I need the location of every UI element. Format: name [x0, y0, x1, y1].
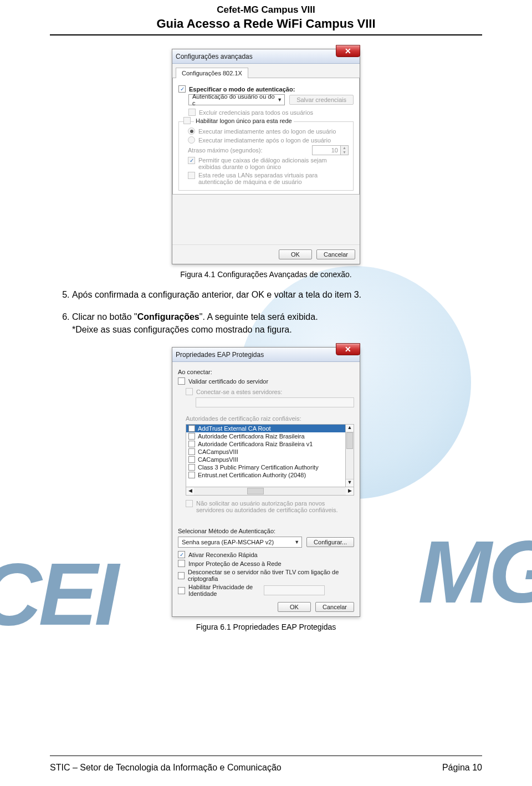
scroll-down-icon[interactable]: ▼: [346, 479, 354, 487]
caption-fig-6-1: Figura 6.1 Propriedades EAP Protegidas: [50, 622, 482, 631]
ca-item[interactable]: CACampusVIII: [186, 456, 345, 463]
label-on-connect: Ao conectar:: [178, 369, 354, 375]
label-enable-sso: Habilitar logon único para esta rede: [194, 118, 294, 124]
doc-header-1: Cefet-MG Campus VIII: [50, 4, 482, 16]
auth-method-value: Senha segura (EAP-MSCHAP v2): [182, 539, 274, 545]
chevron-down-icon: ▼: [277, 97, 282, 103]
label-connect-servers: Conectar-se a estes servidores:: [196, 389, 282, 395]
label-tlv: Desconectar se o servidor não tiver TLV …: [188, 569, 354, 582]
close-icon: ✕: [345, 47, 351, 55]
checkbox-connect-servers[interactable]: [186, 388, 193, 395]
ok-button[interactable]: OK: [278, 602, 311, 612]
label-no-prompt: Não solicitar ao usuário autorização par…: [196, 500, 351, 513]
auth-method-combo[interactable]: Senha segura (EAP-MSCHAP v2) ▼: [178, 537, 302, 548]
scroll-right-icon[interactable]: ▶: [346, 487, 354, 495]
servers-textfield[interactable]: [196, 397, 354, 407]
dialog-title: Configurações avançadas: [176, 53, 253, 60]
delay-spinner[interactable]: 10: [312, 145, 341, 155]
close-icon: ✕: [345, 345, 351, 354]
caption-fig-4-1: Figura 4.1 Configurações Avançadas de co…: [50, 270, 482, 279]
radio-after-logon[interactable]: [188, 136, 195, 144]
ca-item[interactable]: Autoridade Certificadora Raiz Brasileira: [186, 432, 345, 440]
label-exclude-credentials: Excluir credenciais para todos os usuári…: [199, 109, 313, 116]
titlebar[interactable]: Propriedades EAP Protegidas ✕: [172, 348, 360, 362]
titlebar[interactable]: Configurações avançadas ✕: [172, 49, 360, 64]
scroll-up-icon[interactable]: ▲: [346, 425, 354, 432]
configure-button[interactable]: Configurar...: [306, 537, 354, 547]
spinner-buttons[interactable]: ▲▼: [341, 145, 349, 155]
auth-mode-combo[interactable]: Autenticação do usuário ou do c ▼: [188, 94, 285, 105]
sso-group: Habilitar logon único para esta rede Exe…: [178, 121, 354, 191]
ca-item[interactable]: Entrust.net Certification Authority (204…: [186, 471, 345, 479]
ca-item[interactable]: Class 3 Public Primary Certification Aut…: [186, 463, 345, 471]
eap-properties-dialog: Propriedades EAP Protegidas ✕ Ao conecta…: [172, 347, 360, 617]
close-button[interactable]: ✕: [336, 343, 360, 355]
checkbox-allow-dialogs[interactable]: [188, 157, 195, 164]
auth-mode-value: Autenticação do usuário ou do c: [192, 93, 277, 106]
step-6: Clicar no botão "Configurações". A segui…: [72, 311, 482, 323]
step-6-note: *Deixe as suas configurações como mostra…: [72, 325, 482, 335]
checkbox-identity-privacy[interactable]: [178, 587, 185, 594]
label-separate-vlan: Esta rede usa LANs separadas virtuais pa…: [198, 172, 342, 185]
label-after-logon: Executar imediatamente após o logon de u…: [198, 137, 331, 144]
label-allow-dialogs: Permitir que caixas de diálogo adicionai…: [198, 157, 342, 170]
ca-item[interactable]: CACampusVIII: [186, 448, 345, 456]
checkbox-validate-cert[interactable]: [178, 377, 185, 385]
ca-item[interactable]: Autoridade Certificadora Raiz Brasileira…: [186, 440, 345, 448]
ca-listbox[interactable]: AddTrust External CA Root Autoridade Cer…: [186, 424, 346, 487]
checkbox-fast-reconnect[interactable]: [178, 551, 185, 558]
save-credentials-button[interactable]: Salvar credenciais: [289, 95, 354, 105]
label-before-logon: Executar imediatamente antes do logon de…: [198, 128, 336, 135]
footer-left: STIC – Setor de Tecnologia da Informação…: [50, 763, 282, 773]
checkbox-tlv[interactable]: [178, 572, 185, 579]
tab-8021x[interactable]: Configurações 802.1X: [176, 68, 248, 78]
radio-before-logon[interactable]: [188, 127, 195, 135]
label-root-ca: Autoridades de certificação raiz confiáv…: [186, 415, 354, 422]
horizontal-scrollbar[interactable]: ◀ ▶: [186, 487, 354, 496]
scroll-left-icon[interactable]: ◀: [186, 487, 194, 495]
checkbox-no-prompt[interactable]: [186, 500, 193, 507]
advanced-settings-dialog: Configurações avançadas ✕ Configurações …: [172, 49, 360, 264]
label-identity-privacy: Habilitar Privacidade de Identidade: [188, 584, 260, 597]
close-button[interactable]: ✕: [336, 45, 360, 57]
header-rule: [50, 34, 482, 35]
label-specify-auth: Especificar o modo de autenticação:: [189, 86, 295, 93]
footer-rule: [50, 756, 482, 756]
checkbox-separate-vlan[interactable]: [188, 172, 195, 179]
label-fast-reconnect: Ativar Reconexão Rápida: [188, 552, 258, 558]
ca-item[interactable]: AddTrust External CA Root: [186, 425, 345, 432]
label-nap: Impor Proteção de Acesso à Rede: [188, 560, 282, 567]
ok-button[interactable]: OK: [279, 249, 312, 259]
cancel-button[interactable]: Cancelar: [315, 602, 354, 612]
checkbox-enable-sso[interactable]: [183, 117, 191, 124]
chevron-down-icon: ▼: [294, 539, 299, 545]
dialog-title: Propriedades EAP Protegidas: [176, 351, 264, 359]
label-validate-cert: Validar certificado do servidor: [188, 378, 268, 385]
identity-privacy-field[interactable]: [264, 585, 325, 595]
checkbox-specify-auth[interactable]: [178, 85, 186, 93]
label-auth-method: Selecionar Método de Autenticação:: [178, 528, 354, 534]
cancel-button[interactable]: Cancelar: [316, 249, 355, 259]
label-max-delay: Atraso máximo (segundos):: [188, 147, 263, 154]
vertical-scrollbar[interactable]: ▲ ▼: [346, 424, 354, 487]
footer-right: Página 10: [442, 763, 482, 773]
checkbox-exclude-credentials[interactable]: [188, 109, 196, 116]
checkbox-nap[interactable]: [178, 560, 185, 567]
step-5: Após confirmada a configuração anterior,…: [72, 289, 482, 301]
doc-header-2: Guia Acesso a Rede WiFi Campus VIII: [50, 17, 482, 31]
